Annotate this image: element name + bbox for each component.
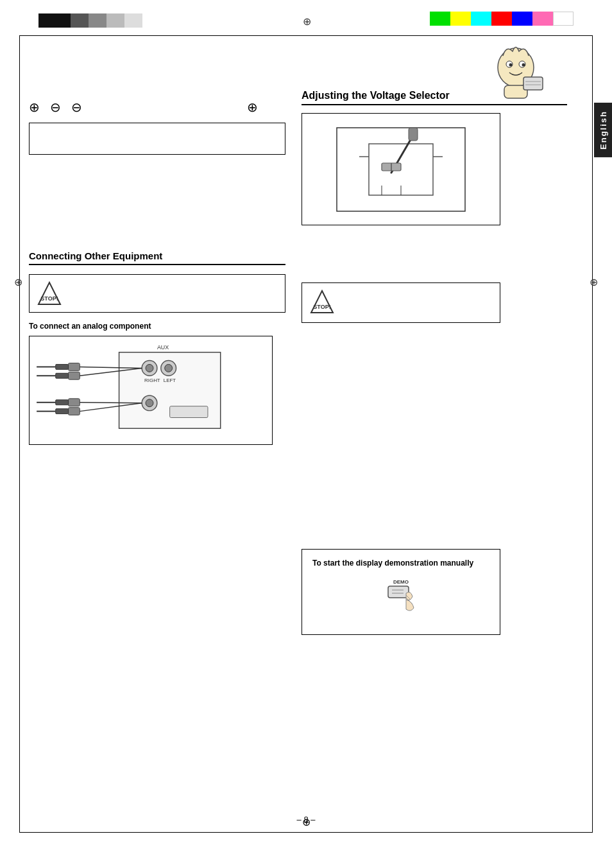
color-swatch-d3 [106,13,124,28]
color-swatch-blue [512,12,532,26]
svg-point-4 [522,64,525,67]
stop-icon-container: STOP! [37,281,62,306]
voltage-title: Adjusting the Voltage Selector [302,90,567,105]
color-swatch-d2 [89,13,106,28]
info-box [29,123,285,155]
left-crosshair: ⊕ [14,276,22,288]
voltage-section: Adjusting the Voltage Selector [302,90,567,225]
warning-box-right: STOP! [302,282,500,323]
top-margin-line [19,35,593,36]
left-panel: ⊕ ⊖ ⊖ ⊕ [29,100,285,155]
right-crosshair: ⊕ [590,276,598,288]
minus2-symbol: ⊖ [71,100,82,115]
svg-point-30 [146,399,153,407]
color-swatch-d1 [71,13,89,28]
voltage-diagram-svg [330,121,472,218]
svg-rect-47 [170,406,208,418]
top-crosshair: ⊕ [303,15,311,28]
right-margin-line [592,35,593,833]
demo-illustration: DEMO [312,574,489,625]
svg-line-45 [80,403,142,403]
warning-box-left: STOP! [29,274,285,313]
color-swatch-black [38,13,71,28]
svg-text:LEFT: LEFT [164,378,176,383]
left-margin-line [19,35,20,833]
svg-text:DEMO: DEMO [393,579,409,585]
svg-text:AUX: AUX [157,344,169,351]
svg-rect-39 [69,399,80,406]
color-swatch-green [430,12,450,26]
svg-point-26 [165,364,173,372]
color-swatch-d4 [124,13,142,28]
connecting-section: Connecting Other Equipment STOP! To conn… [29,250,285,445]
svg-rect-32 [56,364,69,369]
stop-warning-icon: STOP! [37,281,62,306]
svg-rect-12 [409,128,418,141]
plus-right-symbol: ⊕ [247,100,258,115]
svg-point-24 [146,364,153,372]
color-swatch-pink [532,12,553,26]
connection-diagram-svg: AUX RIGHT LEFT [30,336,272,444]
demo-button-svg: DEMO [375,577,427,622]
demo-inner-box: To start the display demonstration manua… [302,549,500,635]
svg-text:STOP!: STOP! [40,295,58,302]
svg-rect-40 [56,400,69,405]
connecting-section-title: Connecting Other Equipment [29,250,285,265]
plus-symbol: ⊕ [29,100,40,115]
svg-rect-35 [56,373,69,378]
svg-text:STOP!: STOP! [313,304,330,310]
demo-title: To start the display demonstration manua… [312,559,489,568]
svg-rect-31 [69,363,80,371]
connect-label: To connect an analog component [29,322,285,331]
svg-rect-42 [69,408,80,415]
minus1-symbol: ⊖ [50,100,61,115]
right-panel-lower: STOP! [302,282,567,323]
color-swatch-red [491,12,512,26]
demo-section: To start the display demonstration manua… [302,549,567,635]
voltage-diagram-box [302,113,500,225]
left-color-bar [38,13,142,28]
svg-point-3 [509,64,513,67]
color-swatch-white [553,12,574,26]
svg-rect-34 [69,372,80,379]
svg-rect-6 [523,77,543,90]
right-color-bar [430,12,574,26]
bottom-crosshair: ⊕ [302,816,310,828]
svg-rect-43 [56,409,69,414]
bottom-margin-line [19,832,593,833]
connection-diagram-box: AUX RIGHT LEFT [29,336,273,445]
svg-rect-51 [388,586,409,598]
stop-warning-icon-right: STOP! [310,290,334,314]
stop-icon-right-container: STOP! [310,290,334,316]
color-swatch-cyan [471,12,491,26]
svg-text:RIGHT: RIGHT [144,378,160,383]
english-tab: English [594,103,612,157]
color-swatch-yellow [450,12,471,26]
